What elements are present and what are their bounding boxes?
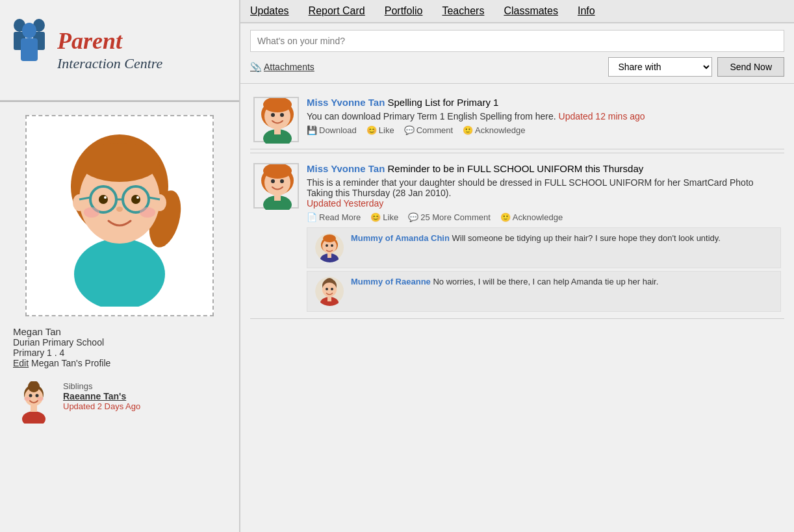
download-action-1[interactable]: 💾 Download xyxy=(307,125,357,135)
attachments-link[interactable]: 📎 Attachments xyxy=(250,62,314,72)
post-updated-1: Updated 12 mins ago xyxy=(559,111,645,121)
svg-rect-64 xyxy=(327,296,331,301)
profile-name: Megan Tan xyxy=(13,326,226,337)
more-comment-icon: 💬 xyxy=(408,212,418,222)
svg-point-46 xyxy=(280,179,284,183)
svg-point-24 xyxy=(140,207,155,218)
svg-point-21 xyxy=(104,196,107,199)
comment-author-1: Mummy of Amanda Chin xyxy=(351,233,450,243)
edit-profile-label: Megan Tan's Profile xyxy=(31,358,110,368)
share-row: Share with Everyone Class Teachers Send … xyxy=(608,57,784,77)
main-content: Updates Report Card Portfolio Teachers C… xyxy=(240,0,794,532)
download-icon: 💾 xyxy=(307,125,317,135)
comment-action-1[interactable]: 💬 Comment xyxy=(404,125,453,135)
logo-parent: Parent xyxy=(57,27,162,55)
comment-item-2: Mummy of Raeanne No worries, I will be t… xyxy=(307,271,781,312)
logo-area: Parent Interaction Centre xyxy=(0,0,239,101)
post-author-2: Miss Yvonne Tan xyxy=(307,163,385,174)
svg-point-54 xyxy=(331,244,333,247)
sibling-info: Siblings Raeanne Tan's Updated 2 Days Ag… xyxy=(63,381,140,411)
feed: Miss Yvonne Tan Spelling List for Primar… xyxy=(240,84,794,532)
comment-body-1: Will someone be tidying up their hair? I… xyxy=(452,233,721,243)
svg-rect-48 xyxy=(274,194,281,201)
svg-point-39 xyxy=(280,113,284,117)
like-icon-2: 😊 xyxy=(370,212,381,222)
svg-point-45 xyxy=(271,179,275,183)
sidebar: Parent Interaction Centre xyxy=(0,0,240,532)
comment-avatar-1 xyxy=(315,233,344,262)
profile-photo-border xyxy=(25,115,214,316)
post-author-1: Miss Yvonne Tan xyxy=(307,97,385,108)
like-action-2[interactable]: 😊 Like xyxy=(370,212,398,222)
sibling-name[interactable]: Raeanne Tan's xyxy=(63,391,140,401)
comments-area-2: Mummy of Amanda Chin Will someone be tid… xyxy=(307,227,781,312)
paperclip-icon: 📎 xyxy=(250,62,261,72)
post-actions-row-2: 📄 Read More 😊 Like 💬 25 More Comment xyxy=(307,212,781,222)
svg-point-53 xyxy=(326,244,328,247)
profile-edit-link[interactable]: Edit Megan Tan's Profile xyxy=(13,358,226,368)
post-heading-1: Spelling List for Primary 1 xyxy=(388,97,499,108)
svg-point-9 xyxy=(74,238,165,307)
logo-subtitle: Interaction Centre xyxy=(57,55,162,72)
post-header-1: Miss Yvonne Tan Spelling List for Primar… xyxy=(253,97,781,142)
svg-point-31 xyxy=(24,397,31,401)
svg-point-12 xyxy=(153,194,166,211)
svg-point-61 xyxy=(326,288,328,290)
siblings-label: Siblings xyxy=(63,381,140,391)
more-comment-action-2[interactable]: 💬 25 More Comment xyxy=(408,212,491,222)
nav-teachers[interactable]: Teachers xyxy=(442,5,484,17)
teacher-avatar-2 xyxy=(253,163,299,209)
siblings-area: Siblings Raeanne Tan's Updated 2 Days Ag… xyxy=(0,375,239,430)
post-content-2: Miss Yvonne Tan Reminder to be in FULL S… xyxy=(307,163,781,222)
post-card-1: Miss Yvonne Tan Spelling List for Primar… xyxy=(250,90,784,149)
post-actions-row-1: 💾 Download 😊 Like 💬 Comment xyxy=(307,125,781,135)
comment-icon-1: 💬 xyxy=(404,125,415,135)
nav-bar: Updates Report Card Portfolio Teachers C… xyxy=(240,0,794,23)
svg-rect-41 xyxy=(274,128,281,134)
svg-point-29 xyxy=(29,394,32,398)
svg-point-25 xyxy=(116,207,123,212)
sibling-avatar xyxy=(13,381,55,424)
feed-divider-1 xyxy=(250,153,784,153)
svg-point-13 xyxy=(79,143,160,182)
post-content-1: Miss Yvonne Tan Spelling List for Primar… xyxy=(307,97,781,135)
profile-photo-area xyxy=(0,102,239,323)
acknowledge-action-2[interactable]: 🙂 Acknowledge xyxy=(500,212,563,222)
profile-info: Megan Tan Durian Primary School Primary … xyxy=(0,323,239,375)
nav-portfolio[interactable]: Portfolio xyxy=(385,5,423,17)
post-input[interactable] xyxy=(250,30,784,52)
teacher-avatar-1 xyxy=(253,97,299,142)
svg-point-62 xyxy=(331,288,333,290)
nav-classmates[interactable]: Classmates xyxy=(504,5,558,17)
svg-rect-5 xyxy=(21,38,38,61)
acknowledge-icon-2: 🙂 xyxy=(500,212,511,222)
attachments-label[interactable]: Attachments xyxy=(264,62,314,72)
nav-report-card[interactable]: Report Card xyxy=(309,5,365,17)
nav-info[interactable]: Info xyxy=(578,5,595,17)
svg-rect-56 xyxy=(327,253,331,258)
logo-icon xyxy=(6,11,52,89)
post-heading-2: Reminder to be in FULL SCHOOL UNIFORM th… xyxy=(388,163,644,174)
svg-point-4 xyxy=(22,23,36,38)
post-body-2: This is a reminder that your daughter sh… xyxy=(307,177,781,209)
svg-point-38 xyxy=(271,113,275,117)
comment-body-2: No worries, I will be there, I can help … xyxy=(433,277,658,286)
sibling-updated: Updated 2 Days Ago xyxy=(63,401,140,411)
post-updated-2: Updated Yesterday xyxy=(307,198,383,209)
nav-updates[interactable]: Updates xyxy=(250,5,289,17)
send-button[interactable]: Send Now xyxy=(717,57,784,77)
acknowledge-action-1[interactable]: 🙂 Acknowledge xyxy=(463,125,525,135)
comment-author-2: Mummy of Raeanne xyxy=(351,277,431,286)
svg-point-22 xyxy=(136,196,139,199)
acknowledge-icon-1: 🙂 xyxy=(463,125,473,135)
svg-point-11 xyxy=(73,194,86,211)
read-more-action-2[interactable]: 📄 Read More xyxy=(307,212,361,222)
logo-text: Parent Interaction Centre xyxy=(57,27,162,73)
like-action-1[interactable]: 😊 Like xyxy=(366,125,394,135)
people-icon xyxy=(6,11,52,89)
svg-point-32 xyxy=(37,397,44,401)
share-select[interactable]: Share with Everyone Class Teachers xyxy=(608,57,712,77)
edit-anchor[interactable]: Edit xyxy=(13,358,29,368)
post-title-1: Miss Yvonne Tan Spelling List for Primar… xyxy=(307,97,781,108)
post-body-1: You can download Primary Term 1 English … xyxy=(307,111,781,121)
